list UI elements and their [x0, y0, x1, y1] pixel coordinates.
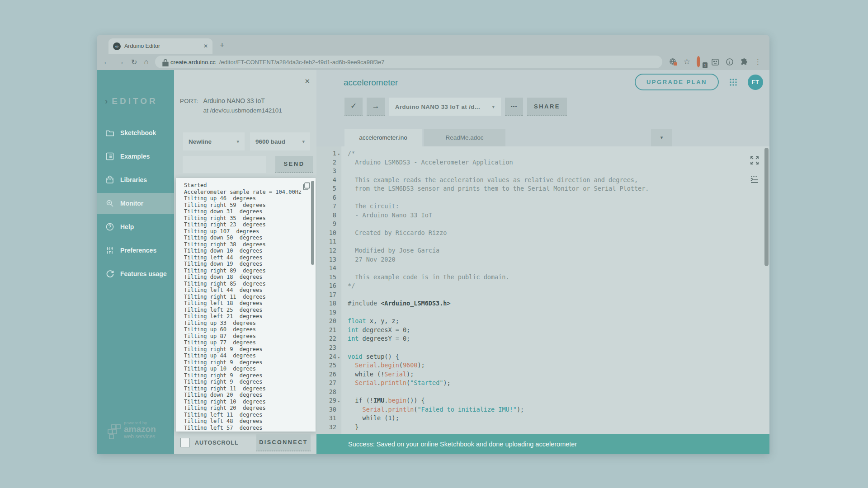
device-selector[interactable]: Arduino NANO 33 IoT at /d... ▾: [389, 98, 501, 116]
browser-tab[interactable]: ∞ Arduino Editor ✕: [108, 38, 212, 54]
upload-button[interactable]: →: [367, 98, 385, 116]
fullscreen-icon[interactable]: [750, 155, 760, 167]
sidebar-item-help[interactable]: Help: [97, 216, 174, 237]
browser-menu-icon[interactable]: ⋮: [755, 58, 761, 66]
code-line: 18#include <Arduino_LSM6DS3.h>: [316, 299, 649, 308]
serial-log-line: Tilting right 10 degrees: [184, 399, 309, 405]
back-icon[interactable]: ←: [103, 58, 110, 66]
serial-log-line: Tilting right 9 degrees: [184, 372, 309, 379]
close-monitor-icon[interactable]: ✕: [304, 77, 310, 85]
sketch-title: accelerometer: [344, 78, 398, 88]
autoscroll-label: AUTOSCROLL: [195, 440, 239, 446]
notification-badge: 1: [703, 62, 708, 68]
fold-arrow-icon[interactable]: ▾: [336, 150, 341, 159]
serial-log-line: Tilting right 9 degrees: [184, 359, 309, 366]
copy-log-icon[interactable]: [302, 182, 311, 191]
notification-icon[interactable]: 1: [697, 58, 705, 66]
serial-log-line: Tilting up 44 degrees: [184, 352, 309, 359]
tab-accelerometer-ino[interactable]: accelerometer.ino: [344, 129, 422, 146]
baud-rate-select[interactable]: 9600 baud ▾: [250, 132, 310, 150]
log-scrollbar[interactable]: [311, 181, 314, 265]
send-button[interactable]: SEND: [275, 156, 313, 173]
info-icon[interactable]: [726, 58, 734, 66]
aws-amazon: amazon: [124, 425, 156, 433]
tab-close-icon[interactable]: ✕: [203, 43, 208, 49]
code-editor[interactable]: 1▾/*2 Arduino LSM6DS3 - Accelerometer Ap…: [316, 146, 769, 434]
autoscroll-checkbox[interactable]: [180, 438, 190, 447]
avatar[interactable]: FT: [748, 75, 763, 90]
serial-log-line: Tilting right 23 degrees: [184, 221, 309, 228]
port-path: at /dev/cu.usbmodem142101: [203, 107, 282, 114]
sidebar-item-preferences[interactable]: Preferences: [97, 240, 174, 261]
fold-arrow-icon[interactable]: ▾: [336, 397, 341, 406]
new-tab-button[interactable]: +: [220, 41, 225, 50]
aws-cubes-icon: [108, 424, 121, 440]
more-actions-button[interactable]: •••: [505, 98, 523, 116]
sidebar-item-libraries[interactable]: Libraries: [97, 169, 174, 190]
upgrade-plan-button[interactable]: UPGRADE PLAN: [635, 74, 719, 90]
sidebar-item-features-usage[interactable]: Features usage: [97, 263, 174, 284]
serial-log-line: Tilting left 44 degrees: [184, 254, 309, 261]
tab-list-caret-icon[interactable]: ▾: [651, 129, 672, 146]
sidebar-item-label: Preferences: [120, 247, 156, 254]
port-name: Arduino NANO 33 IoT: [203, 97, 282, 104]
serial-log-line: Tilting right 9 degrees: [184, 379, 309, 385]
code-line: 19: [316, 308, 649, 317]
code-line: 30 Serial.println("Failed to initialize …: [316, 405, 649, 414]
sidebar-item-label: Sketchbook: [120, 129, 156, 136]
serial-log-line: Tilting left 25 degrees: [184, 307, 309, 314]
code-line: 16*/: [316, 282, 649, 291]
disconnect-button[interactable]: DISCONNECT: [256, 434, 311, 451]
help-icon: [105, 222, 114, 231]
code-line: 20float x, y, z;: [316, 317, 649, 326]
code-scrollbar[interactable]: [764, 148, 769, 266]
code-line: 2 Arduino LSM6DS3 - Accelerometer Applic…: [316, 158, 649, 167]
sidebar-item-examples[interactable]: Examples: [97, 146, 174, 167]
extension-box-icon[interactable]: [711, 58, 719, 66]
sidebar-item-label: Monitor: [120, 200, 143, 207]
status-bar: Success: Saved on your online Sketchbook…: [316, 434, 769, 454]
aws-web-services: web services: [124, 433, 156, 440]
forward-icon[interactable]: →: [117, 58, 124, 66]
code-line: 11: [316, 237, 649, 246]
serial-log-line: Tilting up 107 degrees: [184, 228, 309, 235]
sidebar-menu: SketchbookExamplesLibrariesMonitorHelpPr…: [97, 122, 174, 287]
apps-grid-icon[interactable]: [729, 78, 738, 87]
serial-message-input[interactable]: [183, 156, 266, 173]
chevron-right-icon: ›: [105, 96, 110, 106]
code-line: 32 }: [316, 423, 649, 432]
reload-icon[interactable]: ↻: [131, 58, 137, 66]
extensions-puzzle-icon[interactable]: [740, 58, 748, 66]
arduino-favicon-icon: ∞: [113, 42, 121, 50]
port-info: PORT: Arduino NANO 33 IoT at /dev/cu.usb…: [180, 97, 282, 114]
code-line: 28: [316, 388, 649, 397]
verify-button[interactable]: ✓: [344, 98, 363, 116]
bookmark-star-icon[interactable]: ☆: [684, 58, 690, 66]
code-line: 6: [316, 193, 649, 202]
features-usage-icon: [105, 269, 114, 278]
sidebar-item-monitor[interactable]: Monitor: [97, 193, 174, 214]
code-line: 12 Modified by Jose García: [316, 246, 649, 255]
editor-main: accelerometer UPGRADE PLAN FT ✓ → Arduin…: [316, 70, 769, 454]
url-path: /editor/FT-CONTENT/a284da3c-feb2-49d1-ad…: [219, 59, 385, 66]
share-button[interactable]: SHARE: [527, 98, 567, 116]
serial-log-line: Tilting left 18 degrees: [184, 300, 309, 307]
serial-log-line: Tilting down 20 degrees: [184, 392, 309, 399]
url-domain: create.arduino.cc: [170, 59, 216, 66]
code-line: 31 while (1);: [316, 414, 649, 423]
sidebar-item-sketchbook[interactable]: Sketchbook: [97, 122, 174, 143]
home-icon[interactable]: ⌂: [144, 58, 148, 66]
console-icon[interactable]: [750, 174, 760, 186]
tab-title: Arduino Editor: [124, 43, 200, 49]
tab-readme-adoc[interactable]: ReadMe.adoc: [424, 129, 505, 146]
address-bar[interactable]: create.arduino.cc/editor/FT-CONTENT/a284…: [155, 56, 662, 68]
serial-log-line: Tilting left 44 degrees: [184, 287, 309, 294]
port-label: PORT:: [180, 97, 198, 114]
translate-icon[interactable]: [669, 58, 677, 66]
chevron-down-icon: ▾: [236, 139, 239, 145]
lock-icon: [161, 59, 167, 65]
line-ending-select[interactable]: Newline ▾: [183, 132, 245, 150]
libraries-icon: [105, 175, 114, 184]
serial-log-line: Tilting right 9 degrees: [184, 346, 309, 353]
serial-log-line: Tilting right 11 degrees: [184, 385, 309, 392]
